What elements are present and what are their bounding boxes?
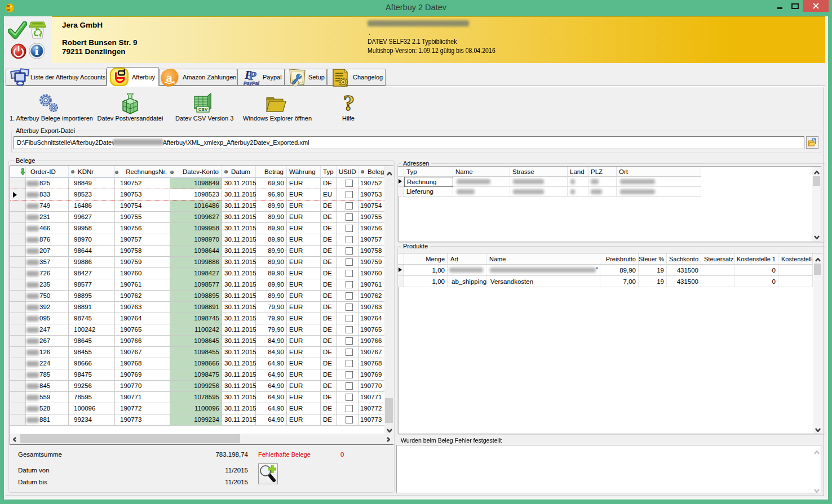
svg-text:?: ? bbox=[343, 92, 355, 115]
svg-text:CSV: CSV bbox=[198, 107, 208, 112]
svg-text:PayPal: PayPal bbox=[244, 81, 260, 86]
svg-text:a: a bbox=[166, 70, 172, 84]
